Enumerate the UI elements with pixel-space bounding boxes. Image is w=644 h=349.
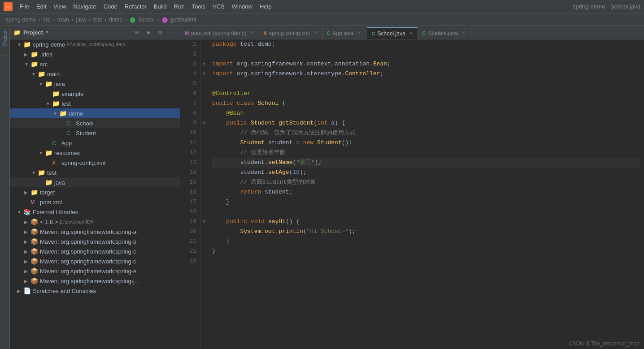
- tree-item-idea[interactable]: ▶ 📁 .idea: [10, 49, 180, 59]
- tree-item-src[interactable]: ▼ 📁 src: [10, 59, 180, 69]
- tree-item-target[interactable]: ▶ 📁 target: [10, 187, 180, 197]
- sidebar-dropdown-arrow[interactable]: ▼: [46, 30, 48, 35]
- bc-school-label[interactable]: School: [138, 17, 155, 23]
- code-line-15: // 返回Student类型的对象: [212, 177, 640, 187]
- tree-item-java[interactable]: ▼ 📁 java: [10, 79, 180, 89]
- menu-build[interactable]: Build: [150, 2, 170, 11]
- code-line-16: return student;: [212, 187, 640, 197]
- tree-item-maven-e[interactable]: ▶ 📦 Maven: org.springframework:spring-e: [10, 266, 180, 276]
- tree-item-resources[interactable]: ▼ 📁 resources: [10, 148, 180, 158]
- bc-main[interactable]: main: [57, 17, 69, 23]
- gm-17: [200, 197, 208, 207]
- ln-17: 17: [180, 197, 200, 207]
- sidebar-header: 📁 Project ▼ ⊙ ≡ ⚙ —: [10, 26, 180, 39]
- code-line-1: package test.demo;: [212, 39, 640, 49]
- menu-navigate[interactable]: Navigate: [70, 2, 100, 11]
- tab-pom-xml[interactable]: M pom.xml (spring-demo) ✕: [180, 27, 259, 39]
- tree-item-java-test[interactable]: ▶ 📁 java: [10, 177, 180, 187]
- tab-school-java[interactable]: C School.java ✕: [367, 27, 418, 39]
- gm-9: ▼: [200, 118, 208, 128]
- gm-16: [200, 187, 208, 197]
- tab-spring-config-close[interactable]: ✕: [313, 30, 318, 36]
- menu-tools[interactable]: Tools: [188, 2, 209, 11]
- code-line-23: [212, 256, 640, 266]
- tree-item-demo[interactable]: ▼ 📁 demo: [10, 108, 180, 118]
- menu-edit[interactable]: Edit: [33, 2, 50, 11]
- tree-item-spring-config[interactable]: ▶ X spring-config.xml: [10, 158, 180, 168]
- sidebar-hide-icon[interactable]: —: [167, 28, 176, 37]
- menu-file[interactable]: File: [16, 2, 33, 11]
- menu-code[interactable]: Code: [100, 2, 121, 11]
- tab-app-close[interactable]: ✕: [357, 30, 361, 36]
- code-line-12: // 设置姓名年龄: [212, 148, 640, 158]
- side-panel: Project: [0, 26, 10, 349]
- gm-21: [200, 237, 208, 246]
- code-line-3: import org.springframework.context.annot…: [212, 59, 640, 69]
- gm-7: [200, 99, 208, 108]
- tab-pom-close[interactable]: ✕: [250, 30, 254, 36]
- gm-2: [200, 49, 208, 59]
- tree-item-maven-a[interactable]: ▶ 📦 Maven: org.springframework:spring-a: [10, 227, 180, 237]
- bc-getstudent[interactable]: ⬤: [162, 17, 168, 23]
- tree-item-spring-demo[interactable]: ▼ 📁 spring-demo E:\online_code\spring-de…: [10, 39, 180, 49]
- tree-item-test-dir[interactable]: ▼ 📁 test: [10, 168, 180, 177]
- gm-14: [200, 168, 208, 177]
- tree-item-maven-c1[interactable]: ▶ 📦 Maven: org.springframework:spring-c: [10, 246, 180, 256]
- tab-student-label: Student.java: [428, 30, 458, 36]
- bc-getstudent-label[interactable]: getStudent: [170, 17, 196, 23]
- code-line-9: public Student getStudent(int a) {: [212, 118, 640, 128]
- bc-src[interactable]: src: [43, 17, 50, 23]
- tab-spring-config[interactable]: X spring-config.xml ✕: [259, 27, 322, 39]
- tree-item-student[interactable]: ▶ C Student: [10, 128, 180, 138]
- tab-school-close[interactable]: ✕: [409, 30, 413, 36]
- tree-item-main[interactable]: ▼ 📁 main: [10, 69, 180, 79]
- menu-view[interactable]: View: [50, 2, 70, 11]
- ln-14: 14: [180, 168, 200, 177]
- bc-spring-demo[interactable]: spring-demo: [6, 17, 36, 23]
- tab-student-java[interactable]: C Student.java ✕: [418, 27, 471, 39]
- gm-20: [200, 227, 208, 237]
- sidebar-locate-icon[interactable]: ⊙: [132, 28, 141, 37]
- code-line-11: Student student = new Student();: [212, 138, 640, 148]
- menu-run[interactable]: Run: [170, 2, 188, 11]
- gm-10: [200, 128, 208, 138]
- line-numbers: 1 2 3 4 5 6 7 8 9 10 11 12 13 14 15 16 1…: [180, 39, 200, 349]
- bc-java[interactable]: java: [76, 17, 86, 23]
- tree-item-scratches[interactable]: ▶ 📄 Scratches and Consoles: [10, 286, 180, 296]
- tab-student-close[interactable]: ✕: [461, 30, 466, 36]
- tab-pom-label: pom.xml (spring-demo): [191, 30, 246, 36]
- menu-refactor[interactable]: Refactor: [121, 2, 150, 11]
- ln-15: 15: [180, 177, 200, 187]
- menu-vcs[interactable]: VCS: [209, 2, 228, 11]
- sidebar-collapse-icon[interactable]: ≡: [144, 28, 153, 37]
- bc-test[interactable]: test: [93, 17, 102, 23]
- ln-10: 10: [180, 128, 200, 138]
- tab-app-java[interactable]: C App.java ✕: [322, 27, 367, 39]
- tree-item-pom[interactable]: ▶ M pom.xml: [10, 197, 180, 207]
- file-tree: ▼ 📁 spring-demo E:\online_code\spring-de…: [10, 39, 180, 349]
- tree-item-maven-c2[interactable]: ▶ 📦 Maven: org.springframework:spring-c: [10, 256, 180, 266]
- gm-11: [200, 138, 208, 148]
- bc-demo[interactable]: demo: [109, 17, 122, 23]
- tree-item-jdk[interactable]: ▶ 📦 < 1.8 > E:\develop\JDK: [10, 217, 180, 227]
- tree-item-app[interactable]: ▶ C App: [10, 138, 180, 148]
- gm-22: [200, 246, 208, 256]
- tree-item-maven-b[interactable]: ▶ 📦 Maven: org.springframework:spring-b: [10, 237, 180, 246]
- project-panel-label[interactable]: Project: [1, 28, 9, 48]
- bc-school[interactable]: ⬤: [130, 17, 135, 23]
- ln-8: 8: [180, 108, 200, 118]
- code-line-4: import org.springframework.stereotype.Co…: [212, 69, 640, 79]
- tree-item-test-pkg[interactable]: ▼ 📁 test: [10, 99, 180, 108]
- ln-7: 7: [180, 99, 200, 108]
- tree-item-external-libs[interactable]: ▼ 📚 External Libraries: [10, 207, 180, 217]
- menu-window[interactable]: Window: [228, 2, 256, 11]
- code-editor[interactable]: package test.demo; import org.springfram…: [208, 39, 644, 349]
- sidebar-settings-icon[interactable]: ⚙: [156, 28, 165, 37]
- tree-item-example[interactable]: ▶ 📁 example: [10, 89, 180, 99]
- ln-22: 22: [180, 246, 200, 256]
- tree-item-school[interactable]: ▶ C School: [10, 118, 180, 128]
- tree-item-maven-j[interactable]: ▶ 📦 Maven: org.springframework:spring-j.…: [10, 276, 180, 286]
- menu-help[interactable]: Help: [256, 2, 275, 11]
- ln-6: 6: [180, 89, 200, 99]
- sidebar: 📁 Project ▼ ⊙ ≡ ⚙ — ▼ 📁 spring-demo E:\o…: [10, 26, 180, 349]
